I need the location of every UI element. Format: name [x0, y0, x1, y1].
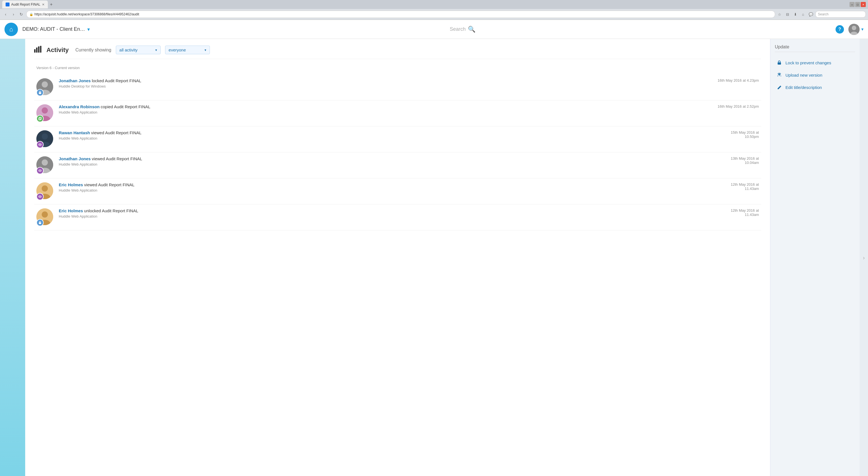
update-action-edit[interactable]: Edit title/description — [775, 81, 855, 93]
address-bar: ‹ › ↻ 🔒 https://acquisit.huddle.net/work… — [0, 9, 868, 20]
browser-search-box[interactable]: Search — [815, 11, 866, 18]
workspace-selector[interactable]: DEMO: AUDIT - Client En… ▾ — [22, 26, 90, 32]
upload-action-icon — [776, 72, 783, 78]
close-window-button[interactable]: ✕ — [861, 2, 866, 7]
activity-user-name[interactable]: Eric Holmes — [59, 208, 83, 213]
activity-badge-unlock — [36, 219, 44, 226]
minimize-button[interactable]: – — [849, 2, 855, 7]
svg-point-20 — [40, 144, 40, 145]
bookmark-button[interactable]: ☆ — [777, 11, 782, 17]
activity-user-name[interactable]: Eric Holmes — [59, 182, 83, 187]
activity-content: Rawan Hantash viewed Audit Report FINAL … — [59, 130, 704, 140]
activity-item: Eric Holmes unlocked Audit Report FINAL … — [34, 204, 761, 230]
activity-filter-dropdown[interactable]: all activity ▾ — [116, 45, 161, 54]
activity-action-text: locked Audit Report FINAL — [92, 78, 141, 83]
svg-point-8 — [42, 82, 48, 88]
back-button[interactable]: ‹ — [2, 11, 9, 18]
forward-button[interactable]: › — [10, 11, 17, 18]
activity-description: Jonathan Jones viewed Audit Report FINAL — [59, 156, 704, 161]
nav-buttons: ‹ › ↻ — [2, 11, 25, 18]
home-nav-button[interactable]: ⌂ — [800, 11, 806, 17]
activity-user-name[interactable]: Alexandra Robinson — [59, 104, 100, 109]
user-menu[interactable]: ▾ — [848, 24, 864, 35]
activity-user-name[interactable]: Rawan Hantash — [59, 130, 90, 135]
svg-rect-35 — [778, 62, 781, 65]
activity-time: 16th May 2016 at 2.52pm — [709, 104, 759, 108]
activity-avatar-wrapper — [36, 130, 54, 148]
activity-header: Activity Currently showing all activity … — [34, 45, 761, 59]
activity-badge-copy — [36, 115, 44, 122]
main-container: Activity Currently showing all activity … — [0, 39, 868, 476]
activity-item: Jonathan Jones viewed Audit Report FINAL… — [34, 152, 761, 179]
activity-source: Huddle Web Application — [59, 136, 704, 140]
activity-content: Eric Holmes viewed Audit Report FINAL Hu… — [59, 182, 704, 192]
svg-rect-34 — [39, 222, 41, 224]
svg-point-1 — [852, 26, 856, 30]
activity-filter-arrow: ▾ — [155, 48, 157, 52]
edit-action-label: Edit title/description — [785, 85, 822, 90]
help-button[interactable]: ? — [836, 25, 844, 34]
people-filter-dropdown[interactable]: everyone ▾ — [165, 45, 210, 54]
header-search-icon[interactable]: 🔍 — [468, 26, 475, 33]
activity-action-text: copied Audit Report FINAL — [101, 104, 151, 109]
people-filter-label: everyone — [169, 47, 186, 52]
right-expand-panel[interactable]: › — [860, 39, 868, 476]
activity-avatar-wrapper — [36, 104, 54, 122]
activity-action-text: viewed Audit Report FINAL — [91, 130, 142, 135]
edit-action-icon — [776, 84, 783, 91]
header-search: Search 🔍 — [94, 26, 831, 33]
tab-bar: Audit Report FINAL ✕ + – □ ✕ — [0, 0, 868, 9]
browser-chrome: Audit Report FINAL ✕ + – □ ✕ ‹ › ↻ 🔒 htt… — [0, 0, 868, 20]
url-field[interactable]: 🔒 https://acquisit.huddle.net/workspace/… — [26, 11, 775, 18]
user-menu-chevron[interactable]: ▾ — [861, 27, 864, 32]
activity-user-name[interactable]: Jonathan Jones — [59, 78, 91, 83]
svg-rect-3 — [34, 49, 35, 53]
activity-description: Rawan Hantash viewed Audit Report FINAL — [59, 130, 704, 135]
svg-point-27 — [42, 185, 48, 192]
activity-item: Jonathan Jones locked Audit Report FINAL… — [34, 74, 761, 100]
ssl-lock-icon: 🔒 — [29, 12, 33, 16]
activity-item: Eric Holmes viewed Audit Report FINAL Hu… — [34, 179, 761, 204]
browser-tab[interactable]: Audit Report FINAL ✕ — [2, 1, 48, 8]
update-action-lock[interactable]: Lock to prevent changes — [775, 57, 855, 69]
activity-description: Alexandra Robinson copied Audit Report F… — [59, 104, 704, 109]
activity-chart-icon — [34, 46, 42, 54]
new-tab-button[interactable]: + — [48, 1, 55, 8]
update-action-upload[interactable]: Upload new version — [775, 69, 855, 81]
activity-source: Huddle Web Application — [59, 110, 704, 115]
svg-point-12 — [42, 107, 48, 114]
right-chevron-icon: › — [863, 254, 865, 261]
home-button[interactable]: ⌂ — [4, 23, 18, 36]
maximize-button[interactable]: □ — [855, 2, 860, 7]
activity-badge-view — [36, 141, 44, 148]
user-avatar — [848, 24, 860, 35]
bookmarks-list-button[interactable]: ⊟ — [785, 11, 790, 17]
activity-list: Jonathan Jones locked Audit Report FINAL… — [34, 74, 761, 230]
update-actions: Lock to prevent changes Upload new versi… — [775, 57, 855, 93]
activity-time: 13th May 2016 at 10.04am — [709, 156, 759, 165]
people-filter-arrow: ▾ — [205, 48, 206, 52]
chat-button[interactable]: 💬 — [808, 11, 814, 17]
activity-description: Eric Holmes unlocked Audit Report FINAL — [59, 208, 704, 213]
header-actions: ? ▾ — [836, 24, 864, 35]
lock-action-icon — [776, 59, 783, 66]
close-tab-button[interactable]: ✕ — [42, 3, 44, 6]
activity-action-text: unlocked Audit Report FINAL — [84, 208, 138, 213]
lock-action-label: Lock to prevent changes — [785, 60, 831, 65]
activity-badge-view — [36, 167, 44, 174]
activity-badge-lock — [36, 89, 44, 96]
tab-title: Audit Report FINAL — [11, 2, 40, 6]
activity-user-name[interactable]: Jonathan Jones — [59, 156, 91, 161]
download-button[interactable]: ⬇ — [793, 11, 798, 17]
workspace-dropdown-icon[interactable]: ▾ — [87, 26, 90, 32]
activity-source: Huddle Web Application — [59, 188, 704, 192]
url-text: https://acquisit.huddle.net/workspace/37… — [34, 12, 139, 16]
activity-source: Huddle Desktop for Windows — [59, 84, 704, 88]
activity-filter-label: all activity — [120, 47, 138, 52]
activity-avatar-wrapper — [36, 156, 54, 174]
currently-showing-label: Currently showing — [75, 47, 111, 53]
content-area: Activity Currently showing all activity … — [25, 39, 770, 476]
update-panel: Update Lock to prevent changes Upload ne… — [770, 39, 860, 476]
app-header: ⌂ DEMO: AUDIT - Client En… ▾ Search 🔍 ? … — [0, 20, 868, 39]
refresh-button[interactable]: ↻ — [18, 11, 25, 18]
